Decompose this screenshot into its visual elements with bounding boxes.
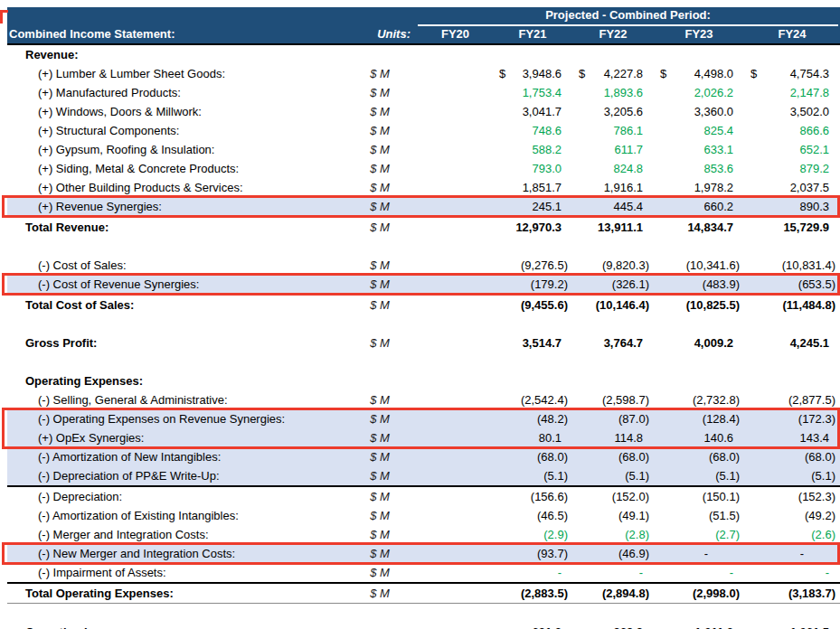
value-cell-fy24[interactable]: $4,754.3 — [744, 67, 840, 80]
value-cell-fy22[interactable]: (152.0) — [572, 490, 654, 503]
value-cell-fy23[interactable]: (2.7) — [654, 528, 744, 541]
value-cell-fy23[interactable]: (150.1) — [654, 490, 744, 503]
units-cell[interactable]: $ M — [354, 393, 418, 407]
row-label[interactable]: (+) Windows, Doors & Millwork: — [7, 105, 354, 118]
value-cell-fy24[interactable]: (653.5) — [744, 277, 840, 291]
value-cell-fy24[interactable]: - — [744, 547, 840, 560]
value-cell-fy24[interactable]: 879.2 — [744, 162, 840, 175]
units-cell[interactable]: $ M — [354, 67, 418, 80]
units-cell[interactable]: $ M — [354, 162, 418, 175]
value-cell-fy23[interactable]: (10,825.5) — [654, 298, 744, 312]
projected-period-header[interactable]: Projected - Combined Period: — [418, 7, 838, 26]
row-label[interactable]: Total Cost of Sales: — [7, 298, 354, 312]
value-cell-fy21[interactable]: (2.9) — [493, 528, 572, 541]
units-cell[interactable]: $ M — [354, 258, 418, 272]
row-label[interactable]: (+) Structural Components: — [7, 124, 354, 137]
value-cell-fy23[interactable]: (10,341.6) — [654, 258, 744, 272]
value-cell-fy21[interactable]: - — [493, 566, 572, 579]
value-cell-fy22[interactable]: 611.7 — [572, 143, 654, 156]
value-cell-fy22[interactable]: (2,598.7) — [572, 393, 654, 407]
value-cell-fy23[interactable]: 14,834.7 — [654, 221, 744, 234]
value-cell-fy21[interactable]: 245.1 — [493, 200, 572, 213]
value-cell-fy24[interactable]: 890.3 — [744, 200, 840, 213]
value-cell-fy24[interactable]: (49.2) — [744, 509, 840, 522]
value-cell-fy24[interactable]: (2,877.5) — [744, 393, 840, 407]
value-cell-fy24[interactable]: 4,245.1 — [744, 336, 840, 350]
value-cell-fy23[interactable]: 853.6 — [654, 162, 744, 175]
row-label[interactable]: (-) Merger and Integration Costs: — [7, 528, 354, 541]
value-cell-fy21[interactable]: 3,041.7 — [493, 105, 572, 118]
row-label[interactable]: Revenue: — [7, 48, 354, 61]
value-cell-fy23[interactable]: (51.5) — [654, 509, 744, 522]
value-cell-fy21[interactable]: (46.5) — [493, 509, 572, 522]
value-cell-fy23[interactable]: - — [654, 566, 744, 579]
units-cell[interactable]: $ M — [354, 200, 418, 213]
value-cell-fy21[interactable]: 3,514.7 — [493, 336, 572, 350]
value-cell-fy24[interactable]: - — [744, 566, 840, 579]
value-cell-fy21[interactable]: (9,276.5) — [493, 258, 572, 272]
value-cell-fy22[interactable]: 114.8 — [572, 431, 654, 445]
col-header-fy22[interactable]: FY22 — [572, 27, 654, 41]
value-cell-fy22[interactable]: 13,911.1 — [572, 221, 654, 234]
value-cell-fy22[interactable]: - — [572, 566, 654, 579]
row-label[interactable]: (-) Amortization of New Intangibles: — [7, 450, 354, 464]
value-cell-fy24[interactable]: (152.3) — [744, 490, 840, 503]
units-cell[interactable]: $ M — [354, 124, 418, 137]
value-cell-fy22[interactable]: 1,893.6 — [572, 86, 654, 99]
value-cell-fy21[interactable]: (179.2) — [493, 277, 572, 291]
row-label[interactable]: (-) Selling, General & Administrative: — [7, 393, 354, 407]
col-header-fy23[interactable]: FY23 — [654, 27, 744, 41]
units-cell[interactable]: $ M — [354, 105, 418, 118]
row-label[interactable]: (+) Manufactured Products: — [7, 86, 354, 99]
units-cell[interactable]: $ M — [354, 490, 418, 503]
row-label[interactable]: (+) Other Building Products & Services: — [7, 181, 354, 194]
row-label[interactable]: (-) New Merger and Integration Costs: — [7, 547, 354, 560]
units-cell[interactable]: $ M — [354, 86, 418, 99]
value-cell-fy23[interactable]: (483.9) — [654, 277, 744, 291]
row-label[interactable]: (+) OpEx Synergies: — [7, 431, 354, 445]
row-label[interactable]: (-) Operating Expenses on Revenue Synerg… — [7, 412, 354, 426]
value-cell-fy22[interactable]: 3,764.7 — [572, 336, 654, 350]
row-label[interactable]: (-) Depreciation: — [7, 490, 354, 503]
value-cell-fy21[interactable]: 748.6 — [493, 124, 572, 137]
col-header-fy21[interactable]: FY21 — [493, 27, 572, 41]
units-cell[interactable]: $ M — [354, 528, 418, 541]
value-cell-fy23[interactable]: 140.6 — [654, 431, 744, 445]
units-cell[interactable]: $ M — [354, 587, 418, 600]
value-cell-fy21[interactable]: 793.0 — [493, 162, 572, 175]
value-cell-fy24[interactable]: (10,831.4) — [744, 258, 840, 272]
value-cell-fy22[interactable]: 445.4 — [572, 200, 654, 213]
value-cell-fy21[interactable]: 588.2 — [493, 143, 572, 156]
value-cell-fy22[interactable]: $4,227.8 — [572, 67, 654, 80]
units-cell[interactable]: $ M — [354, 221, 418, 234]
value-cell-fy24[interactable]: 866.6 — [744, 124, 840, 137]
value-cell-fy22[interactable]: (10,146.4) — [572, 298, 654, 312]
value-cell-fy22[interactable]: (9,820.3) — [572, 258, 654, 272]
units-cell[interactable]: $ M — [354, 566, 418, 579]
value-cell-fy22[interactable]: 869.9 — [572, 625, 654, 629]
value-cell-fy22[interactable]: 3,205.6 — [572, 105, 654, 118]
value-cell-fy23[interactable]: $4,498.0 — [654, 67, 744, 80]
value-cell-fy21[interactable]: (93.7) — [493, 547, 572, 560]
value-cell-fy22[interactable]: 786.1 — [572, 124, 654, 137]
value-cell-fy21[interactable]: (2,883.5) — [493, 587, 572, 600]
value-cell-fy23[interactable]: 1,011.2 — [654, 625, 744, 629]
value-cell-fy22[interactable]: (326.1) — [572, 277, 654, 291]
units-cell[interactable]: $ M — [354, 469, 418, 483]
units-cell[interactable]: $ M — [354, 509, 418, 522]
value-cell-fy24[interactable]: 652.1 — [744, 143, 840, 156]
value-cell-fy21[interactable]: (48.2) — [493, 412, 572, 426]
units-cell[interactable]: $ M — [354, 431, 418, 445]
value-cell-fy23[interactable]: (5.1) — [654, 469, 744, 483]
value-cell-fy23[interactable]: (2,998.0) — [654, 587, 744, 600]
value-cell-fy23[interactable]: (128.4) — [654, 412, 744, 426]
value-cell-fy24[interactable]: (3,183.7) — [744, 587, 840, 600]
units-cell[interactable]: $ M — [354, 181, 418, 194]
value-cell-fy24[interactable]: (68.0) — [744, 450, 840, 464]
value-cell-fy23[interactable]: 633.1 — [654, 143, 744, 156]
col-header-fy24[interactable]: FY24 — [744, 27, 840, 41]
row-label[interactable]: (+) Siding, Metal & Concrete Products: — [7, 162, 354, 175]
value-cell-fy23[interactable]: 1,978.2 — [654, 181, 744, 194]
value-cell-fy22[interactable]: (46.9) — [572, 547, 654, 560]
value-cell-fy23[interactable]: 825.4 — [654, 124, 744, 137]
